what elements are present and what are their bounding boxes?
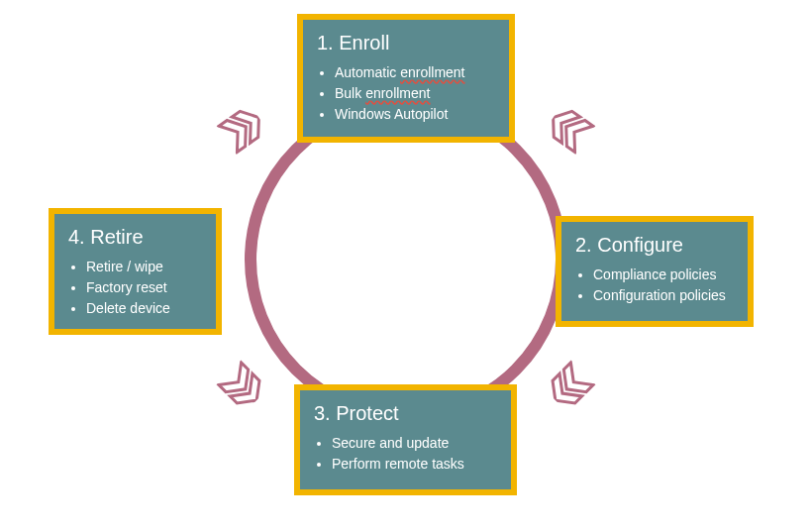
step-list: Retire / wipe Factory reset Delete devic… — [68, 257, 202, 319]
step-list: Compliance policies Configuration polici… — [575, 265, 734, 306]
step-title: 4. Retire — [68, 226, 202, 249]
arrow-retire-to-enroll — [215, 101, 270, 157]
step-list: Secure and update Perform remote tasks — [314, 433, 497, 475]
list-item: Perform remote tasks — [332, 454, 497, 475]
step-title: 2. Configure — [575, 234, 734, 257]
list-item: Automatic enrollment — [335, 62, 495, 83]
svg-marker-3 — [545, 373, 582, 411]
step-title: 1. Enroll — [317, 32, 495, 54]
step-list: Automatic enrollment Bulk enrollment Win… — [317, 62, 495, 125]
step-protect: 3. Protect Secure and update Perform rem… — [294, 384, 517, 495]
list-item: Bulk enrollment — [335, 83, 495, 104]
step-retire: 4. Retire Retire / wipe Factory reset De… — [49, 208, 222, 335]
arrow-protect-to-retire — [215, 359, 271, 415]
list-item: Retire / wipe — [86, 257, 202, 277]
cycle-ring — [245, 98, 567, 421]
list-item: Delete device — [86, 298, 202, 319]
list-item: Compliance policies — [593, 265, 734, 285]
svg-marker-5 — [230, 373, 267, 411]
step-enroll: 1. Enroll Automatic enrollment Bulk enro… — [297, 14, 515, 143]
step-title: 3. Protect — [314, 402, 497, 425]
step-configure: 2. Configure Compliance policies Configu… — [556, 216, 754, 327]
list-item: Factory reset — [86, 277, 202, 298]
list-item: Secure and update — [332, 433, 497, 454]
list-item: Configuration policies — [593, 285, 734, 306]
lifecycle-diagram: 1. Enroll Automatic enrollment Bulk enro… — [0, 0, 812, 532]
arrow-enroll-to-configure — [542, 101, 597, 157]
list-item: Windows Autopilot — [335, 104, 495, 125]
arrow-configure-to-protect — [542, 359, 598, 415]
